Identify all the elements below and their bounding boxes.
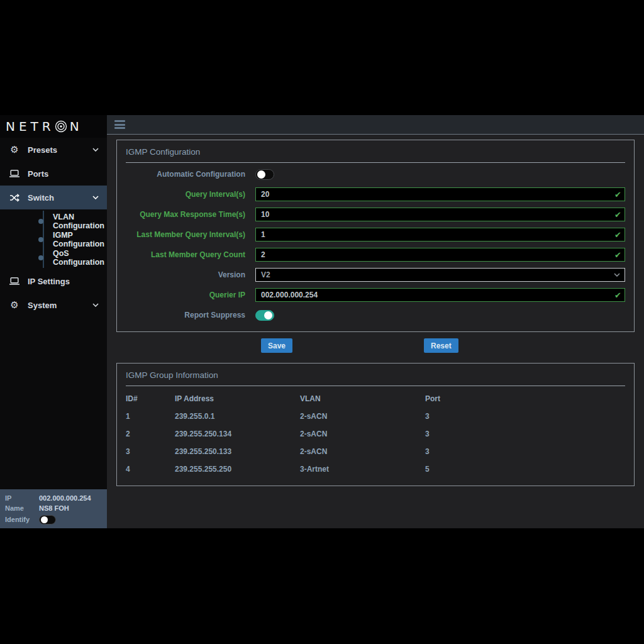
- igmp-group-information-panel: IGMP Group Information ID# IP Address VL…: [116, 363, 635, 486]
- reset-button[interactable]: Reset: [424, 338, 458, 353]
- main-area: IGMP Configuration Automatic Configurati…: [107, 115, 644, 528]
- toggle-knob: [41, 516, 48, 523]
- gear-icon: ⚙: [9, 299, 20, 311]
- chevron-down-icon: [92, 148, 99, 152]
- logo-text-right: N: [70, 119, 83, 134]
- device-identify-label: Identify: [5, 516, 39, 523]
- sidebar-subitem-label: IGMP Configuration: [53, 231, 107, 248]
- last-member-query-count-control: ✔: [255, 248, 625, 262]
- cell-port: 3: [425, 430, 625, 438]
- version-label: Version: [126, 270, 245, 279]
- switch-submenu: VLAN Configuration IGMP Configuration Qo…: [0, 209, 107, 269]
- form-row-automatic-configuration: Automatic Configuration: [126, 164, 625, 184]
- cell-vlan: 2-sACN: [300, 447, 425, 456]
- valid-check-icon: ✔: [614, 251, 621, 259]
- device-ip-label: IP: [5, 494, 39, 502]
- table-header-row: ID# IP Address VLAN Port: [126, 390, 625, 408]
- table-row: 4 239.255.255.250 3-Artnet 5: [126, 460, 625, 478]
- content: IGMP Configuration Automatic Configurati…: [107, 135, 644, 528]
- automatic-configuration-label: Automatic Configuration: [126, 170, 245, 179]
- igmp-group-table: ID# IP Address VLAN Port 1 239.255.0.1 2…: [117, 386, 634, 486]
- querier-ip-label: Querier IP: [126, 291, 245, 299]
- device-name-row: Name NS8 FOH: [5, 503, 102, 513]
- bullet-icon: [38, 255, 43, 260]
- device-info-panel: IP 002.000.000.254 Name NS8 FOH Identify: [0, 489, 107, 528]
- logo-target-icon: [54, 119, 68, 133]
- sidebar-item-switch[interactable]: Switch: [0, 186, 107, 209]
- cell-ip-address: 239.255.255.250: [175, 465, 300, 474]
- form-row-version: Version V2: [126, 265, 625, 285]
- device-identify-row: Identify: [5, 514, 102, 525]
- sidebar-subitem-qos-configuration[interactable]: QoS Configuration: [0, 248, 107, 267]
- querier-ip-input[interactable]: [255, 288, 625, 302]
- action-buttons-row: Save Reset: [116, 338, 635, 353]
- chevron-down-icon: [614, 273, 620, 277]
- sidebar-item-ip-settings[interactable]: IP Settings: [0, 269, 107, 293]
- last-member-query-interval-label: Last Member Query Interval(s): [126, 230, 245, 239]
- sidebar-subitem-vlan-configuration[interactable]: VLAN Configuration: [0, 212, 107, 230]
- sidebar-item-system[interactable]: ⚙ System: [0, 293, 107, 317]
- sidebar: NETR N ⚙ Presets Ports: [0, 115, 107, 528]
- shuffle-icon: [9, 194, 20, 202]
- version-selected-value: V2: [261, 270, 270, 279]
- version-select[interactable]: V2: [255, 268, 625, 282]
- sidebar-item-label: IP Settings: [28, 277, 70, 286]
- query-interval-control: ✔: [255, 187, 625, 201]
- form-row-querier-ip: Querier IP ✔: [126, 285, 625, 305]
- panel-title: IGMP Group Information: [117, 364, 634, 386]
- cell-id: 4: [126, 465, 175, 474]
- igmp-configuration-panel: IGMP Configuration Automatic Configurati…: [116, 140, 635, 332]
- cell-vlan: 2-sACN: [300, 412, 425, 421]
- automatic-configuration-toggle[interactable]: [255, 169, 274, 180]
- page: NETR N ⚙ Presets Ports: [0, 0, 644, 644]
- query-max-response-input[interactable]: [255, 208, 625, 221]
- gear-icon: ⚙: [9, 144, 20, 155]
- sidebar-item-presets[interactable]: ⚙ Presets: [0, 138, 107, 162]
- form-row-query-interval: Query Interval(s) ✔: [126, 184, 625, 204]
- querier-ip-control: ✔: [255, 288, 625, 302]
- save-button[interactable]: Save: [261, 338, 292, 353]
- sidebar-subitem-label: VLAN Configuration: [53, 213, 107, 230]
- sidebar-subitem-label: QoS Configuration: [53, 249, 107, 267]
- cell-vlan: 3-Artnet: [300, 465, 425, 474]
- sidebar-nav: ⚙ Presets Ports Switch: [0, 138, 107, 317]
- report-suppress-toggle[interactable]: [255, 310, 274, 321]
- sidebar-item-ports[interactable]: Ports: [0, 162, 107, 186]
- form-row-report-suppress: Report Suppress: [126, 305, 625, 325]
- last-member-query-interval-control: ✔: [255, 228, 625, 242]
- cell-port: 5: [425, 465, 625, 474]
- valid-check-icon: ✔: [614, 231, 621, 239]
- valid-check-icon: ✔: [614, 291, 621, 299]
- hamburger-menu-icon[interactable]: [114, 119, 125, 131]
- sidebar-item-label: Presets: [28, 145, 57, 155]
- device-ip-row: IP 002.000.000.254: [5, 493, 102, 503]
- last-member-query-interval-input[interactable]: [255, 228, 625, 242]
- query-interval-input[interactable]: [255, 187, 625, 201]
- valid-check-icon: ✔: [614, 211, 621, 219]
- sidebar-subitem-igmp-configuration[interactable]: IGMP Configuration: [0, 230, 107, 248]
- cell-port: 3: [425, 412, 625, 421]
- cell-id: 1: [126, 412, 175, 421]
- toggle-knob: [264, 311, 272, 319]
- table-row: 1 239.255.0.1 2-sACN 3: [126, 408, 625, 425]
- sidebar-item-label: Ports: [28, 169, 48, 179]
- sidebar-item-label: System: [28, 301, 57, 310]
- column-header-ip-address: IP Address: [175, 394, 300, 403]
- app-window: NETR N ⚙ Presets Ports: [0, 115, 644, 528]
- bullet-icon: [38, 237, 43, 242]
- chevron-down-icon: [92, 303, 99, 307]
- cell-ip-address: 239.255.0.1: [175, 412, 300, 421]
- column-header-port: Port: [425, 394, 625, 403]
- bullet-icon: [38, 219, 43, 224]
- topbar: [107, 115, 644, 135]
- cell-ip-address: 239.255.250.134: [175, 430, 300, 438]
- device-name-value: NS8 FOH: [39, 504, 69, 512]
- identify-toggle[interactable]: [39, 515, 56, 525]
- logo-text-left: NETR: [6, 119, 55, 134]
- last-member-query-count-input[interactable]: [255, 248, 625, 262]
- cell-port: 3: [425, 447, 625, 456]
- igmp-config-form: Automatic Configuration Query Interval(s…: [117, 163, 634, 331]
- laptop-icon: [9, 170, 20, 177]
- query-max-response-control: ✔: [255, 208, 625, 221]
- column-header-id: ID#: [126, 394, 175, 403]
